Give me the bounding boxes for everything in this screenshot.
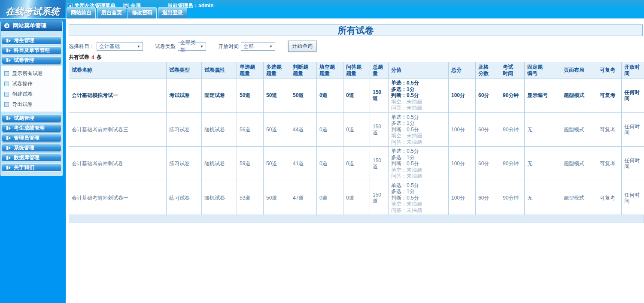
filter-bar: 选择科目： 会计基础 ▼ 试卷类型 全部类型 ▼ 开放时间 全部 ▼ 开始查询 — [69, 42, 644, 51]
cell-qa: 0道 — [343, 147, 370, 181]
topbar-main: ◀ 关闭左边管理菜单 全屏 当前管理员：admin 网站前台后台首页修改密码退出… — [65, 0, 644, 18]
cell-attr: 随机试卷 — [202, 147, 237, 181]
cell-scores: 单选：0.5分多选：1分判断：0.5分填空：未抽题问答：未抽题 — [389, 147, 449, 181]
cell-layout: 题型模式 — [561, 181, 597, 215]
column-header: 可复考 — [597, 62, 622, 79]
sidebar-subitem[interactable]: 显示所有试卷 — [1, 68, 62, 79]
open-time-label: 开放时间 — [218, 43, 239, 50]
table-row: 会计基础考前冲刺试卷三练习试卷随机试卷56道50道44道0道0道150道单选：0… — [69, 112, 644, 147]
menu-arrow-icon — [6, 116, 11, 120]
column-header: 填空题题量 — [317, 62, 343, 79]
sidebar-subitem-label: 创建试卷 — [12, 91, 33, 98]
paper-type-select[interactable]: 全部类型 ▼ — [178, 42, 206, 51]
cell-layout: 题型模式 — [561, 147, 597, 181]
cell-retake: 可复考 — [597, 79, 622, 113]
main-content: 所有试卷 选择科目： 会计基础 ▼ 试卷类型 全部类型 ▼ 开放时间 全部 ▼ … — [66, 19, 644, 303]
score-line: 单选：0.5分 — [391, 114, 446, 121]
sidebar-group-item[interactable]: 关于我们 — [2, 164, 61, 172]
score-line: 问答：未抽题 — [391, 105, 446, 111]
menu-arrow-icon — [6, 58, 11, 62]
sidebar-subitem[interactable]: 试卷操作 — [1, 79, 62, 89]
paper-type-label: 试卷类型 — [155, 43, 176, 50]
menu-arrow-icon — [6, 166, 11, 170]
score-line: 多选：1分 — [391, 155, 446, 161]
cell-open_time: 任何时间 — [622, 147, 644, 181]
cell-total_q: 150道 — [370, 112, 389, 147]
menu-arrow-icon — [6, 48, 11, 52]
cell-retake: 可复考 — [597, 147, 622, 181]
query-button[interactable]: 开始查询 — [288, 41, 316, 52]
sidebar-group-item[interactable]: 科目及章节管理 — [2, 46, 61, 55]
column-header: 试卷名称 — [69, 62, 167, 79]
cell-type: 练习试卷 — [167, 147, 202, 181]
cell-duration: 90分钟 — [500, 147, 525, 181]
menu-arrow-icon — [6, 136, 11, 140]
result-count: 共有试卷 4 条 — [69, 54, 644, 61]
cell-open_time: 任何时间 — [622, 79, 644, 113]
open-time-select[interactable]: 全部 ▼ — [241, 42, 275, 51]
column-header: 判断题题量 — [290, 62, 317, 79]
sidebar-panel: 网站菜单管理 考生管理科目及章节管理试卷管理显示所有试卷试卷操作创建试卷导出试卷… — [0, 20, 63, 176]
sidebar-group-item[interactable]: 考生管理 — [2, 36, 61, 45]
sidebar-group-item[interactable]: 系统管理 — [2, 144, 61, 152]
sidebar-submenu: 显示所有试卷试卷操作创建试卷导出试卷 — [1, 66, 62, 112]
cell-layout: 题型模式 — [561, 79, 597, 113]
sidebar-group-item[interactable]: 数据库管理 — [2, 154, 61, 162]
sidebar-title-icon — [4, 23, 9, 28]
column-header: 试卷类型 — [167, 62, 202, 79]
cell-total_score: 100分 — [449, 79, 476, 113]
sidebar-group-item[interactable]: 试卷管理 — [2, 56, 61, 64]
cell-pass_score: 60分 — [476, 181, 500, 215]
subject-label: 选择科目： — [69, 43, 94, 50]
subject-select[interactable]: 会计基础 ▼ — [97, 42, 143, 51]
cell-pass_score: 60分 — [476, 112, 500, 147]
sidebar-subitem[interactable]: 导出试卷 — [1, 99, 62, 109]
score-line: 填空：未抽题 — [391, 133, 446, 139]
sidebar-subitem-label: 显示所有试卷 — [12, 70, 43, 77]
dropdown-arrow-icon: ▼ — [137, 45, 140, 48]
sidebar-title-label: 网站菜单管理 — [13, 22, 46, 30]
cell-total_score: 100分 — [449, 181, 476, 215]
topbar-tab[interactable]: 修改密码 — [128, 7, 157, 18]
score-line: 多选：1分 — [391, 120, 446, 127]
topbar-tab[interactable]: 后台首页 — [97, 7, 126, 18]
sidebar-group-item[interactable]: 试题管理 — [2, 114, 61, 122]
cell-retake: 可复考 — [597, 112, 622, 147]
cell-type: 考试试卷 — [167, 79, 202, 113]
cell-total_score: 100分 — [449, 112, 476, 147]
cell-single: 56道 — [237, 112, 264, 147]
cell-multi: 50道 — [264, 112, 290, 147]
menu-arrow-icon — [6, 39, 11, 42]
topbar-tab[interactable]: 退出登录 — [158, 7, 187, 18]
score-line: 判断：0.5分 — [391, 92, 446, 99]
dropdown-arrow-icon: ▼ — [269, 45, 273, 48]
page-title-bar: 所有试卷 — [69, 24, 643, 36]
sidebar-group-item[interactable]: 考生成绩管理 — [2, 124, 61, 132]
cell-judge: 41道 — [290, 147, 317, 181]
topbar-tab[interactable]: 网站前台 — [67, 7, 96, 18]
cell-judge: 50道 — [290, 79, 317, 113]
subject-select-value: 会计基础 — [99, 43, 120, 50]
count-number: 4 — [91, 55, 94, 61]
sidebar-subitem-label: 导出试卷 — [12, 101, 33, 108]
cell-multi: 50道 — [264, 147, 290, 181]
cell-judge: 47道 — [290, 181, 317, 215]
count-prefix: 共有试卷 — [69, 54, 89, 61]
score-line: 判断：0.5分 — [391, 127, 446, 133]
table-row: 会计基础考前冲刺试卷二练习试卷随机试卷59道50道41道0道0道150道单选：0… — [69, 147, 644, 181]
score-line: 问答：未抽题 — [391, 139, 446, 145]
column-header: 开放时间 — [622, 62, 644, 79]
page-title: 所有试卷 — [338, 24, 374, 36]
dropdown-arrow-icon: ▼ — [200, 45, 204, 48]
cell-qa: 0道 — [343, 79, 370, 113]
cell-duration: 90分钟 — [500, 79, 525, 113]
sidebar-group-item[interactable]: 管理员管理 — [2, 134, 61, 142]
cell-name: 会计基础模拟考试一 — [69, 79, 167, 113]
column-header: 考试时间 — [500, 62, 525, 79]
sidebar-subitem[interactable]: 创建试卷 — [1, 89, 62, 99]
cell-total_q: 150道 — [370, 181, 389, 215]
column-header: 页面布局 — [561, 62, 597, 79]
score-line: 单选：0.5分 — [391, 148, 446, 155]
cell-attr: 固定试卷 — [202, 79, 237, 113]
table-row: 会计基础模拟考试一考试试卷固定试卷50道50道50道0道0道150道单选：0.5… — [69, 79, 644, 113]
